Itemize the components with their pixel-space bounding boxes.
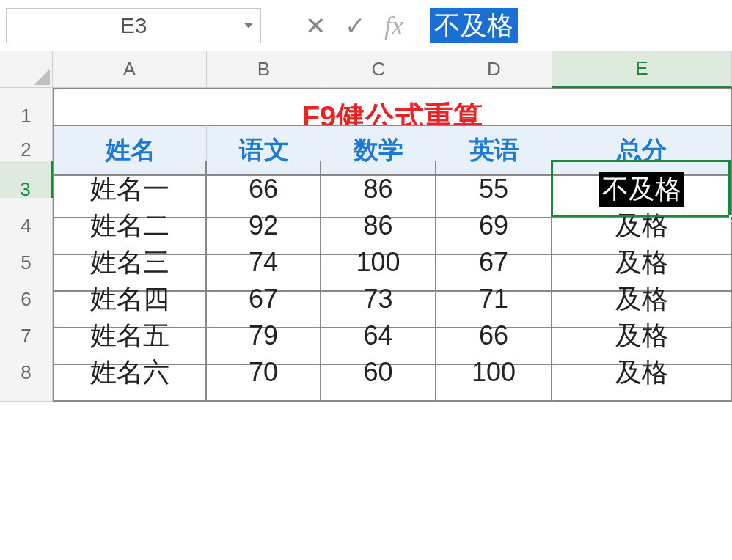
select-all-corner[interactable] xyxy=(0,51,53,88)
formula-input-value: 不及格 xyxy=(430,8,518,43)
cell-B8[interactable]: 70 xyxy=(207,345,321,402)
chevron-down-icon[interactable] xyxy=(244,23,253,28)
col-header-A[interactable]: A xyxy=(53,51,207,88)
formula-bar-buttons: ✕ ✓ fx xyxy=(305,12,403,39)
fill-handle[interactable] xyxy=(729,215,732,221)
col-header-C[interactable]: C xyxy=(321,51,436,88)
cancel-icon[interactable]: ✕ xyxy=(305,13,326,38)
formula-bar: E3 ✕ ✓ fx 不及格 xyxy=(0,0,732,51)
col-header-B[interactable]: B xyxy=(207,51,321,88)
formula-input[interactable]: 不及格 xyxy=(430,8,518,43)
row-header-8[interactable]: 8 xyxy=(0,345,53,402)
name-box[interactable]: E3 xyxy=(6,8,261,43)
col-header-D[interactable]: D xyxy=(436,51,552,88)
cell-C8[interactable]: 60 xyxy=(321,345,436,402)
fx-icon[interactable]: fx xyxy=(384,12,403,39)
col-header-E[interactable]: E xyxy=(552,51,732,88)
cell-E8[interactable]: 及格 xyxy=(552,345,732,402)
cell-A8[interactable]: 姓名六 xyxy=(53,345,207,402)
accept-icon[interactable]: ✓ xyxy=(345,13,365,38)
spreadsheet-grid: A B C D E 1 F9健公式重算 2 姓名 语文 数学 英语 总分 3 姓… xyxy=(0,51,732,381)
name-box-value: E3 xyxy=(120,13,147,38)
cell-D8[interactable]: 100 xyxy=(436,345,552,402)
